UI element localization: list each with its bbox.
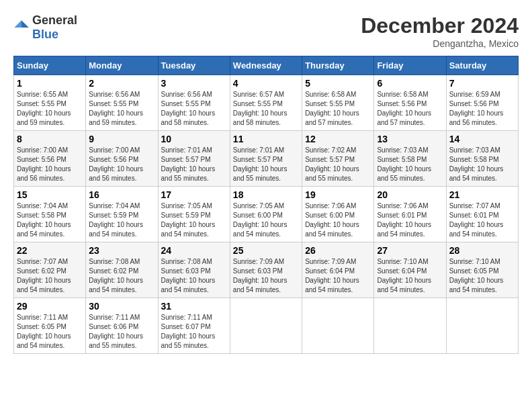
table-row: 28 Sunrise: 7:10 AM Sunset: 6:05 PM Dayl… bbox=[446, 242, 518, 298]
day-info: Sunrise: 6:58 AM Sunset: 5:55 PM Dayligh… bbox=[305, 90, 371, 128]
table-row: 20 Sunrise: 7:06 AM Sunset: 6:01 PM Dayl… bbox=[374, 187, 446, 242]
day-number: 14 bbox=[449, 134, 515, 144]
day-number: 10 bbox=[161, 134, 227, 144]
day-number: 7 bbox=[449, 78, 515, 89]
day-number: 11 bbox=[233, 134, 299, 144]
calendar-header-row: Sunday Monday Tuesday Wednesday Thursday… bbox=[14, 56, 519, 75]
day-info: Sunrise: 7:02 AM Sunset: 5:57 PM Dayligh… bbox=[305, 146, 371, 183]
day-number: 16 bbox=[89, 189, 154, 200]
logo-blue: Blue bbox=[32, 28, 58, 41]
col-thursday: Thursday bbox=[302, 56, 374, 75]
day-number: 24 bbox=[161, 245, 227, 256]
col-saturday: Saturday bbox=[446, 56, 518, 75]
day-number: 30 bbox=[89, 301, 154, 312]
table-row: 30 Sunrise: 7:11 AM Sunset: 6:06 PM Dayl… bbox=[86, 298, 158, 354]
day-number: 1 bbox=[17, 78, 83, 89]
day-info: Sunrise: 7:11 AM Sunset: 6:05 PM Dayligh… bbox=[17, 313, 83, 351]
day-info: Sunrise: 7:01 AM Sunset: 5:57 PM Dayligh… bbox=[233, 146, 299, 183]
table-row: 29 Sunrise: 7:11 AM Sunset: 6:05 PM Dayl… bbox=[14, 298, 86, 354]
table-row: 6 Sunrise: 6:58 AM Sunset: 5:56 PM Dayli… bbox=[374, 75, 446, 131]
table-row: 3 Sunrise: 6:56 AM Sunset: 5:55 PM Dayli… bbox=[158, 75, 230, 131]
table-row: 1 Sunrise: 6:55 AM Sunset: 5:55 PM Dayli… bbox=[14, 75, 86, 131]
day-info: Sunrise: 7:04 AM Sunset: 5:58 PM Dayligh… bbox=[17, 201, 83, 239]
calendar-week-row: 1 Sunrise: 6:55 AM Sunset: 5:55 PM Dayli… bbox=[14, 75, 519, 131]
table-row: 22 Sunrise: 7:07 AM Sunset: 6:02 PM Dayl… bbox=[14, 242, 86, 298]
day-number: 18 bbox=[233, 189, 299, 200]
main-title: December 2024 bbox=[361, 13, 519, 38]
col-wednesday: Wednesday bbox=[230, 56, 302, 75]
day-info: Sunrise: 7:05 AM Sunset: 6:00 PM Dayligh… bbox=[233, 201, 299, 239]
table-row: 2 Sunrise: 6:56 AM Sunset: 5:55 PM Dayli… bbox=[86, 75, 158, 131]
day-number: 22 bbox=[17, 245, 83, 256]
table-row: 18 Sunrise: 7:05 AM Sunset: 6:00 PM Dayl… bbox=[230, 187, 302, 242]
table-row: 31 Sunrise: 7:11 AM Sunset: 6:07 PM Dayl… bbox=[158, 298, 230, 354]
day-number: 31 bbox=[161, 301, 227, 312]
day-number: 21 bbox=[449, 189, 515, 200]
day-number: 13 bbox=[377, 134, 443, 144]
table-row: 7 Sunrise: 6:59 AM Sunset: 5:56 PM Dayli… bbox=[446, 75, 518, 131]
table-row: 11 Sunrise: 7:01 AM Sunset: 5:57 PM Dayl… bbox=[230, 131, 302, 187]
day-info: Sunrise: 6:56 AM Sunset: 5:55 PM Dayligh… bbox=[161, 90, 227, 128]
day-info: Sunrise: 7:03 AM Sunset: 5:58 PM Dayligh… bbox=[449, 146, 515, 183]
day-info: Sunrise: 6:57 AM Sunset: 5:55 PM Dayligh… bbox=[233, 90, 299, 128]
table-row: 12 Sunrise: 7:02 AM Sunset: 5:57 PM Dayl… bbox=[302, 131, 374, 187]
svg-marker-0 bbox=[21, 20, 29, 28]
day-number: 29 bbox=[17, 301, 83, 312]
day-info: Sunrise: 7:08 AM Sunset: 6:03 PM Dayligh… bbox=[161, 257, 227, 295]
calendar-week-row: 29 Sunrise: 7:11 AM Sunset: 6:05 PM Dayl… bbox=[14, 298, 519, 354]
day-info: Sunrise: 7:09 AM Sunset: 6:03 PM Dayligh… bbox=[233, 257, 299, 295]
day-number: 8 bbox=[17, 134, 83, 144]
day-number: 9 bbox=[89, 134, 154, 144]
table-row bbox=[302, 298, 374, 354]
table-row: 25 Sunrise: 7:09 AM Sunset: 6:03 PM Dayl… bbox=[230, 242, 302, 298]
table-row: 15 Sunrise: 7:04 AM Sunset: 5:58 PM Dayl… bbox=[14, 187, 86, 242]
day-info: Sunrise: 6:59 AM Sunset: 5:56 PM Dayligh… bbox=[449, 90, 515, 128]
day-number: 27 bbox=[377, 245, 443, 256]
calendar-week-row: 15 Sunrise: 7:04 AM Sunset: 5:58 PM Dayl… bbox=[14, 187, 519, 242]
table-row: 9 Sunrise: 7:00 AM Sunset: 5:56 PM Dayli… bbox=[86, 131, 158, 187]
day-info: Sunrise: 7:03 AM Sunset: 5:58 PM Dayligh… bbox=[377, 146, 443, 183]
day-number: 4 bbox=[233, 78, 299, 89]
day-number: 5 bbox=[305, 78, 371, 89]
day-info: Sunrise: 7:07 AM Sunset: 6:01 PM Dayligh… bbox=[449, 201, 515, 239]
day-info: Sunrise: 7:09 AM Sunset: 6:04 PM Dayligh… bbox=[305, 257, 371, 295]
header: General Blue December 2024 Dengantzha, M… bbox=[13, 13, 519, 49]
table-row bbox=[374, 298, 446, 354]
title-area: December 2024 Dengantzha, Mexico bbox=[361, 13, 519, 49]
day-info: Sunrise: 7:06 AM Sunset: 6:01 PM Dayligh… bbox=[377, 201, 443, 239]
day-info: Sunrise: 7:10 AM Sunset: 6:04 PM Dayligh… bbox=[377, 257, 443, 295]
table-row: 24 Sunrise: 7:08 AM Sunset: 6:03 PM Dayl… bbox=[158, 242, 230, 298]
logo-text: General Blue bbox=[32, 13, 77, 42]
calendar-week-row: 8 Sunrise: 7:00 AM Sunset: 5:56 PM Dayli… bbox=[14, 131, 519, 187]
day-info: Sunrise: 7:05 AM Sunset: 5:59 PM Dayligh… bbox=[161, 201, 227, 239]
table-row: 4 Sunrise: 6:57 AM Sunset: 5:55 PM Dayli… bbox=[230, 75, 302, 131]
table-row: 14 Sunrise: 7:03 AM Sunset: 5:58 PM Dayl… bbox=[446, 131, 518, 187]
day-number: 26 bbox=[305, 245, 371, 256]
day-info: Sunrise: 7:11 AM Sunset: 6:07 PM Dayligh… bbox=[161, 313, 227, 351]
subtitle: Dengantzha, Mexico bbox=[361, 38, 519, 49]
day-number: 28 bbox=[449, 245, 515, 256]
day-number: 15 bbox=[17, 189, 83, 200]
day-info: Sunrise: 7:11 AM Sunset: 6:06 PM Dayligh… bbox=[89, 313, 154, 351]
table-row: 5 Sunrise: 6:58 AM Sunset: 5:55 PM Dayli… bbox=[302, 75, 374, 131]
day-info: Sunrise: 7:10 AM Sunset: 6:05 PM Dayligh… bbox=[449, 257, 515, 295]
table-row: 23 Sunrise: 7:08 AM Sunset: 6:02 PM Dayl… bbox=[86, 242, 158, 298]
day-info: Sunrise: 7:08 AM Sunset: 6:02 PM Dayligh… bbox=[89, 257, 154, 295]
table-row: 13 Sunrise: 7:03 AM Sunset: 5:58 PM Dayl… bbox=[374, 131, 446, 187]
col-monday: Monday bbox=[86, 56, 158, 75]
day-info: Sunrise: 6:55 AM Sunset: 5:55 PM Dayligh… bbox=[17, 90, 83, 128]
day-info: Sunrise: 7:01 AM Sunset: 5:57 PM Dayligh… bbox=[161, 146, 227, 183]
table-row: 26 Sunrise: 7:09 AM Sunset: 6:04 PM Dayl… bbox=[302, 242, 374, 298]
col-tuesday: Tuesday bbox=[158, 56, 230, 75]
day-number: 6 bbox=[377, 78, 443, 89]
day-info: Sunrise: 7:07 AM Sunset: 6:02 PM Dayligh… bbox=[17, 257, 83, 295]
logo-general: General bbox=[32, 13, 77, 27]
day-number: 17 bbox=[161, 189, 227, 200]
table-row: 27 Sunrise: 7:10 AM Sunset: 6:04 PM Dayl… bbox=[374, 242, 446, 298]
day-info: Sunrise: 7:06 AM Sunset: 6:00 PM Dayligh… bbox=[305, 201, 371, 239]
col-sunday: Sunday bbox=[14, 56, 86, 75]
day-number: 23 bbox=[89, 245, 154, 256]
table-row bbox=[446, 298, 518, 354]
table-row: 10 Sunrise: 7:01 AM Sunset: 5:57 PM Dayl… bbox=[158, 131, 230, 187]
day-info: Sunrise: 6:58 AM Sunset: 5:56 PM Dayligh… bbox=[377, 90, 443, 128]
